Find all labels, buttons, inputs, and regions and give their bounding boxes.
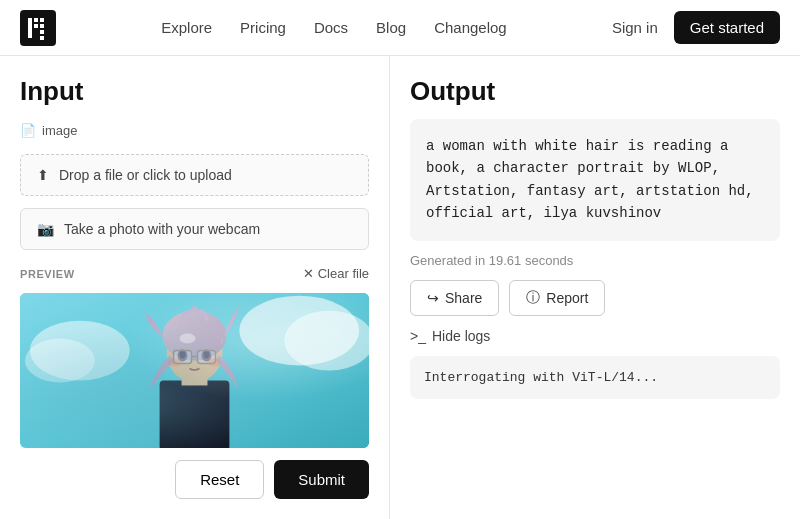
signin-link[interactable]: Sign in [612,19,658,36]
output-text-box: a woman with white hair is reading a boo… [410,119,780,241]
report-icon: ⓘ [526,289,540,307]
svg-point-3 [284,311,369,371]
image-input-label: 📄 image [20,123,369,138]
share-icon: ↪ [427,290,439,306]
x-icon: ✕ [303,266,314,281]
upload-button[interactable]: ⬆ Drop a file or click to upload [20,154,369,196]
logs-text: Interrogating with ViT-L/14... [424,370,658,385]
svg-point-12 [180,351,186,359]
svg-point-19 [180,334,196,344]
svg-rect-7 [182,366,208,386]
share-button[interactable]: ↪ Share [410,280,499,316]
nav-blog[interactable]: Blog [376,19,406,36]
svg-point-2 [239,296,359,366]
logo[interactable] [20,10,56,46]
output-actions: ↪ Share ⓘ Report [410,280,780,316]
nav-right: Sign in Get started [612,11,780,44]
nav-pricing[interactable]: Pricing [240,19,286,36]
webcam-button[interactable]: 📷 Take a photo with your webcam [20,208,369,250]
output-title: Output [410,76,780,107]
main-layout: Input 📄 image ⬆ Drop a file or click to … [0,56,800,519]
svg-point-13 [203,351,209,359]
svg-point-5 [25,339,95,383]
logs-box: Interrogating with ViT-L/14... [410,356,780,399]
svg-point-18 [207,359,221,367]
svg-rect-14 [174,351,192,364]
file-icon: 📄 [20,123,36,138]
nav-explore[interactable]: Explore [161,19,212,36]
preview-label: PREVIEW [20,268,75,280]
terminal-icon: >_ [410,328,426,344]
svg-point-8 [167,323,223,383]
camera-icon: 📷 [37,221,54,237]
generated-time: Generated in 19.61 seconds [410,253,780,268]
navbar: Explore Pricing Docs Blog Changelog Sign… [0,0,800,56]
output-text: a woman with white hair is reading a boo… [426,138,754,221]
preview-header: PREVIEW ✕ Clear file [20,266,369,281]
action-buttons: Reset Submit [20,460,369,499]
clear-file-button[interactable]: ✕ Clear file [303,266,369,281]
svg-point-9 [163,311,227,361]
svg-point-10 [178,350,188,362]
reset-button[interactable]: Reset [175,460,264,499]
svg-point-11 [201,350,211,362]
output-panel: Output a woman with white hair is readin… [390,56,800,519]
nav-changelog[interactable]: Changelog [434,19,507,36]
report-button[interactable]: ⓘ Report [509,280,605,316]
svg-rect-1 [20,293,369,448]
svg-rect-6 [160,380,230,448]
preview-image [20,293,369,448]
upload-icon: ⬆ [37,167,49,183]
svg-point-17 [168,359,182,367]
svg-rect-15 [197,351,215,364]
get-started-button[interactable]: Get started [674,11,780,44]
nav-docs[interactable]: Docs [314,19,348,36]
svg-point-4 [30,321,130,381]
submit-button[interactable]: Submit [274,460,369,499]
hide-logs-button[interactable]: >_ Hide logs [410,328,780,344]
nav-links: Explore Pricing Docs Blog Changelog [88,19,580,37]
input-panel: Input 📄 image ⬆ Drop a file or click to … [0,56,390,519]
input-title: Input [20,76,369,107]
